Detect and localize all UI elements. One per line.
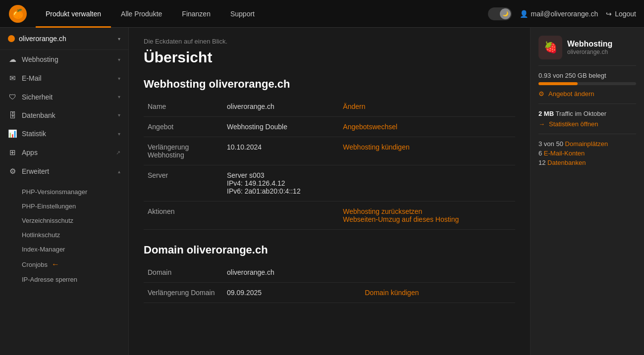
panel-title: Webhosting bbox=[567, 40, 612, 49]
page-subtitle: Die Eckdaten auf einen Blick. bbox=[144, 38, 515, 45]
domain-table: Domain oliverorange.ch Verlängerung Doma… bbox=[144, 262, 515, 303]
email-icon: ✉ bbox=[8, 74, 17, 83]
nav-support[interactable]: Support bbox=[220, 0, 265, 28]
table-row: Domain oliverorange.ch bbox=[144, 262, 515, 283]
email-count: 6 E-Mail-Konten bbox=[538, 150, 636, 157]
domain-indicator bbox=[8, 35, 15, 42]
shield-icon: 🛡 bbox=[8, 93, 17, 101]
settings-icon: ⚙ bbox=[8, 167, 17, 176]
logo[interactable]: 🍊 bbox=[8, 4, 28, 24]
sidebar-domain-selector[interactable]: oliverorange.ch ▾ bbox=[0, 28, 128, 50]
nav-finanzen[interactable]: Finanzen bbox=[172, 0, 220, 28]
webhosting-reset-link[interactable]: Webhosting zurücksetzen bbox=[343, 207, 422, 215]
logout-icon: ↪ bbox=[606, 10, 612, 18]
row-value: Server s003 IPv4: 149.126.4.12 IPv6: 2a0… bbox=[223, 165, 339, 202]
sidebar-item-hotlinkschutz[interactable]: Hotlinkschutz bbox=[22, 228, 128, 242]
chevron-down-icon: ▾ bbox=[118, 76, 120, 81]
sidebar-item-email[interactable]: ✉ E-Mail ▾ bbox=[0, 69, 128, 88]
sidebar-item-verzeichnisschutz[interactable]: Verzeichnisschutz bbox=[22, 213, 128, 228]
webhosting-table: Name oliverorange.ch Ändern Angebot Webh… bbox=[144, 97, 515, 230]
arrow-right-icon: ← bbox=[52, 260, 59, 269]
stats-open-link[interactable]: → Statistiken öffnen bbox=[538, 120, 636, 128]
sidebar-item-apps[interactable]: ⊞ Apps ↗ bbox=[0, 143, 128, 162]
sidebar-item-webhosting[interactable]: ☁ Webhosting ▾ bbox=[0, 50, 128, 69]
right-panel: 🍓 Webhosting oliverorange.ch 0.93 von 25… bbox=[530, 28, 644, 355]
sidebar-item-label: Datenbank bbox=[22, 111, 113, 119]
offer-link-label: Angebot ändern bbox=[548, 90, 594, 98]
panel-product-info: Webhosting oliverorange.ch bbox=[567, 40, 612, 55]
sidebar-item-label: Webhosting bbox=[22, 55, 113, 63]
sidebar-item-index-manager[interactable]: Index-Manager bbox=[22, 242, 128, 256]
main-content: Die Eckdaten auf einen Blick. Übersicht … bbox=[129, 28, 530, 355]
row-link bbox=[339, 165, 515, 202]
domain-section-title: Domain oliverorange.ch bbox=[144, 244, 515, 256]
sidebar-item-label: Apps bbox=[22, 149, 111, 156]
sidebar-erweitert-submenu: PHP-Versionsmanager PHP-Einstellungen Ve… bbox=[0, 181, 128, 289]
sidebar-item-erweitert[interactable]: ⚙ Erweitert ▴ bbox=[0, 162, 128, 181]
traffic-value: 2 MB bbox=[538, 110, 554, 117]
database-icon: 🗄 bbox=[8, 111, 17, 119]
chevron-down-icon: ▾ bbox=[118, 131, 120, 137]
sidebar-item-label: E-Mail bbox=[22, 74, 113, 82]
row-link[interactable]: Domain kündigen bbox=[361, 283, 516, 303]
logout-button[interactable]: ↪ Logout bbox=[606, 10, 636, 18]
sidebar-item-statistik[interactable]: 📊 Statistik ▾ bbox=[0, 124, 128, 143]
nav-produkt-verwalten[interactable]: Produkt verwalten bbox=[36, 0, 111, 28]
chevron-down-icon: ▾ bbox=[118, 36, 120, 42]
chevron-up-icon: ▴ bbox=[118, 169, 120, 174]
row-link[interactable]: Angebotswechsel bbox=[339, 117, 515, 137]
row-label: Name bbox=[144, 97, 223, 117]
row-value: 10.10.2024 bbox=[223, 137, 339, 165]
user-icon: 👤 bbox=[520, 10, 528, 18]
row-link bbox=[361, 262, 516, 283]
dark-mode-toggle[interactable]: 🌙 bbox=[488, 7, 512, 20]
logout-label: Logout bbox=[615, 10, 636, 18]
row-label: Angebot bbox=[144, 117, 223, 137]
sidebar-item-label: Cronjobs bbox=[22, 261, 48, 268]
nav-alle-produkte[interactable]: Alle Produkte bbox=[111, 0, 172, 28]
table-row: Name oliverorange.ch Ändern bbox=[144, 97, 515, 117]
sidebar-item-php-einstellungen[interactable]: PHP-Einstellungen bbox=[22, 199, 128, 213]
sidebar-domain-name: oliverorange.ch bbox=[19, 35, 114, 43]
domain-places-link[interactable]: Domainplätzen bbox=[565, 140, 608, 148]
row-value: oliverorange.ch bbox=[223, 97, 339, 117]
offer-change-link[interactable]: ⚙ Angebot ändern bbox=[538, 90, 636, 98]
sidebar-item-sicherheit[interactable]: 🛡 Sicherheit ▾ bbox=[0, 88, 128, 106]
panel-header: 🍓 Webhosting oliverorange.ch bbox=[538, 36, 636, 59]
sidebar-item-label: Sicherheit bbox=[22, 93, 113, 101]
stats-link-label: Statistiken öffnen bbox=[549, 120, 598, 128]
topnav-links: Produkt verwalten Alle Produkte Finanzen… bbox=[36, 0, 488, 28]
storage-progress-bar bbox=[538, 82, 636, 85]
chevron-down-icon: ▾ bbox=[118, 57, 120, 62]
apps-icon: ⊞ bbox=[8, 148, 17, 157]
webseiten-umzug-link[interactable]: Webseiten-Umzug auf dieses Hosting bbox=[343, 215, 459, 223]
traffic-stat: 2 MB Traffic im Oktober bbox=[538, 110, 636, 117]
email-konten-link[interactable]: E-Mail-Konten bbox=[544, 150, 585, 157]
storage-progress-fill bbox=[538, 82, 578, 85]
toggle-knob: 🌙 bbox=[500, 8, 511, 19]
row-value bbox=[223, 202, 339, 230]
table-row: Verlängerung Webhosting 10.10.2024 Webho… bbox=[144, 137, 515, 165]
sidebar-item-php-versionsmanager[interactable]: PHP-Versionsmanager bbox=[22, 185, 128, 199]
divider bbox=[538, 134, 636, 134]
row-label: Aktionen bbox=[144, 202, 223, 230]
table-row: Angebot Webhosting Double Angebotswechse… bbox=[144, 117, 515, 137]
domain-count: 3 von 50 Domainplätzen bbox=[538, 140, 636, 148]
row-label: Domain bbox=[144, 262, 223, 283]
webhosting-icon: ☁ bbox=[8, 55, 17, 64]
row-link[interactable]: Webhosting kündigen bbox=[339, 137, 515, 165]
user-info: 👤 mail@oliverorange.ch bbox=[520, 10, 598, 18]
sidebar-item-ip-adresse-sperren[interactable]: IP-Adresse sperren bbox=[22, 272, 128, 287]
table-row: Server Server s003 IPv4: 149.126.4.12 IP… bbox=[144, 165, 515, 202]
row-actions: Webhosting zurücksetzen Webseiten-Umzug … bbox=[339, 202, 515, 230]
logo-icon: 🍊 bbox=[9, 5, 27, 23]
row-label: Verlängerung Domain bbox=[144, 283, 223, 303]
chevron-down-icon: ▾ bbox=[118, 112, 120, 118]
sidebar-item-cronjobs[interactable]: Cronjobs ← bbox=[22, 256, 128, 272]
row-link[interactable]: Ändern bbox=[339, 97, 515, 117]
sidebar: oliverorange.ch ▾ ☁ Webhosting ▾ ✉ E-Mai… bbox=[0, 28, 129, 355]
sidebar-item-datenbank[interactable]: 🗄 Datenbank ▾ bbox=[0, 106, 128, 124]
row-value: Webhosting Double bbox=[223, 117, 339, 137]
datenbanken-link[interactable]: Datenbanken bbox=[547, 159, 586, 166]
chevron-down-icon: ▾ bbox=[118, 94, 120, 100]
